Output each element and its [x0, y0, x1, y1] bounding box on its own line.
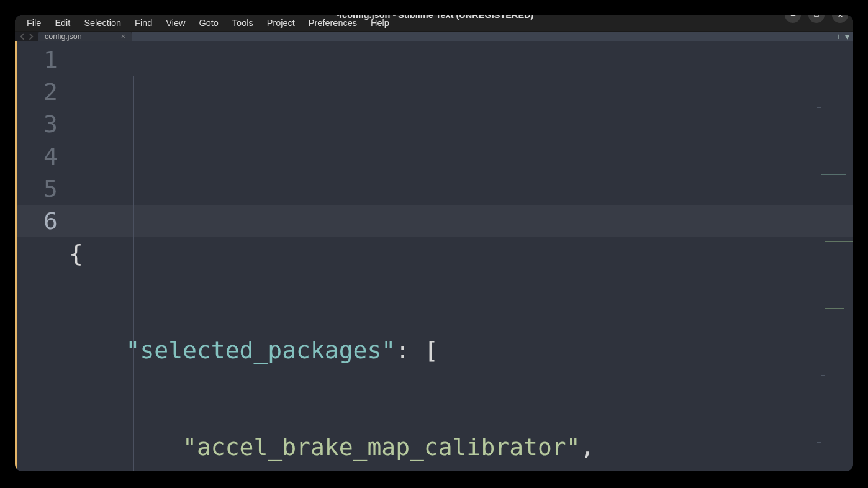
- tabbar-empty[interactable]: [132, 32, 853, 41]
- menu-selection[interactable]: Selection: [77, 15, 128, 31]
- tab-forward-icon[interactable]: [27, 33, 35, 40]
- menubar: File Edit Selection Find View Goto Tools…: [15, 15, 853, 32]
- menu-project[interactable]: Project: [260, 15, 302, 31]
- new-tab-icon[interactable]: +: [836, 32, 841, 42]
- menu-view[interactable]: View: [159, 15, 192, 31]
- line-number-current: 6: [17, 205, 69, 237]
- menu-help[interactable]: Help: [364, 15, 396, 31]
- menu-preferences[interactable]: Preferences: [302, 15, 364, 31]
- line-number: 1: [17, 43, 58, 76]
- line-number: 3: [17, 108, 58, 140]
- tabbar-actions: + ▾: [836, 32, 849, 41]
- code-punct: ,: [581, 433, 595, 461]
- tab-back-icon[interactable]: [19, 33, 26, 40]
- tab-menu-icon[interactable]: ▾: [845, 32, 849, 42]
- gutter: 1 2 3 4 5 6: [17, 41, 69, 471]
- line-number: 2: [17, 76, 58, 108]
- menu-goto[interactable]: Goto: [192, 15, 225, 31]
- tab-config-json[interactable]: config.json ×: [38, 32, 132, 41]
- tab-history-nav: [15, 32, 38, 41]
- app-window: ~/config.json - Sublime Text (UNREGISTER…: [15, 15, 853, 471]
- code-brace: {: [69, 240, 83, 267]
- code-punct: : [: [396, 337, 438, 364]
- menu-edit[interactable]: Edit: [48, 15, 77, 31]
- code-key: "selected_packages": [126, 337, 396, 364]
- line-number: 4: [17, 140, 58, 173]
- tab-close-icon[interactable]: ×: [120, 32, 125, 41]
- tab-label: config.json: [45, 32, 82, 41]
- code-area[interactable]: { "selected_packages": [ "accel_brake_ma…: [69, 41, 853, 471]
- svg-rect-1: [815, 15, 818, 17]
- line-number: 5: [17, 173, 58, 205]
- editor[interactable]: 1 2 3 4 5 6 { "selected_packages": [ "ac…: [15, 41, 853, 471]
- menu-tools[interactable]: Tools: [225, 15, 260, 31]
- code-string: "accel_brake_map_calibrator": [183, 433, 581, 461]
- menu-find[interactable]: Find: [128, 15, 159, 31]
- menu-file[interactable]: File: [20, 15, 48, 31]
- tabbar: config.json × + ▾: [15, 32, 853, 41]
